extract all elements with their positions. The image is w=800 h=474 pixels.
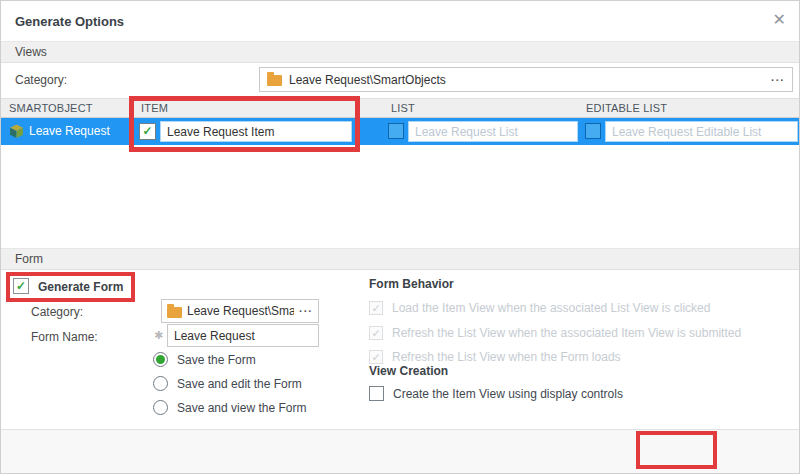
smartobject-cube-icon [9,124,24,142]
view-creation-option-label: Create the Item View using display contr… [393,387,623,401]
column-header-list: LIST [391,102,415,114]
browse-ellipsis-button[interactable]: ··· [299,305,313,317]
disabled-checked-checkbox-icon [369,326,383,340]
table-row[interactable]: Leave Request [1,118,800,145]
behavior-option-label: Load the Item View when the associated L… [392,301,710,315]
column-header-editable-list: EDITABLE LIST [586,102,667,114]
form-section-header: Form [1,248,800,270]
views-category-value: Leave Request\SmartObjects [289,73,446,87]
radio-button-icon[interactable] [153,376,168,391]
form-category-label: Category: [31,305,83,319]
radio-label: Save the Form [177,353,256,367]
close-icon[interactable]: ✕ [773,10,786,29]
behavior-option-load-item-view: Load the Item View when the associated L… [369,301,710,315]
form-category-picker[interactable]: Leave Request\SmartObje ··· [161,299,319,323]
radio-label: Save and edit the Form [177,377,302,391]
table-header: SMARTOBJECT ITEM LIST EDITABLE LIST [1,98,800,118]
disabled-checked-checkbox-icon [369,301,383,315]
editable-list-view-checkbox[interactable] [585,123,601,139]
behavior-option-label: Refresh the List View when the Form load… [392,350,621,364]
radio-button-icon[interactable] [153,352,168,367]
radio-save-the-form[interactable]: Save the Form [153,352,256,367]
behavior-option-refresh-on-submit: Refresh the List View when the associate… [369,326,741,340]
required-star-icon: ✱ [154,329,163,342]
list-view-name-input[interactable] [408,121,578,142]
form-name-label: Form Name: [31,330,98,344]
views-category-label: Category: [15,73,67,87]
create-item-view-checkbox[interactable] [369,386,384,401]
view-creation-option[interactable]: Create the Item View using display contr… [369,386,623,401]
folder-icon [267,75,282,86]
radio-save-and-view[interactable]: Save and view the Form [153,400,306,415]
behavior-option-label: Refresh the List View when the associate… [392,326,741,340]
column-header-item: ITEM [141,102,168,114]
item-view-name-input[interactable] [160,121,352,142]
generate-form-checkbox[interactable] [13,278,29,294]
generate-form-label: Generate Form [38,280,123,294]
smartobject-name: Leave Request [29,124,110,138]
radio-button-icon[interactable] [153,400,168,415]
column-header-smartobject: SMARTOBJECT [9,102,93,114]
form-category-value: Leave Request\SmartObje [187,304,294,318]
folder-icon [167,307,182,318]
browse-ellipsis-button[interactable]: ··· [771,74,785,86]
dialog-title: Generate Options [15,14,124,29]
form-name-input[interactable] [167,324,319,347]
dialog-footer: i OK CANCEL [1,429,800,474]
radio-label: Save and view the Form [177,401,306,415]
disabled-checked-checkbox-icon [369,350,383,364]
views-category-picker[interactable]: Leave Request\SmartObjects ··· [259,67,793,92]
editable-list-view-name-input[interactable] [605,121,798,142]
form-behavior-header: Form Behavior [369,277,454,291]
behavior-option-refresh-on-load: Refresh the List View when the Form load… [369,350,621,364]
list-view-checkbox[interactable] [388,123,404,139]
generate-options-dialog: Generate Options ✕ Views Category: Leave… [0,0,800,474]
item-view-checkbox[interactable] [139,123,156,140]
radio-save-and-edit[interactable]: Save and edit the Form [153,376,302,391]
views-section-header: Views [1,41,800,63]
view-creation-header: View Creation [369,364,448,378]
